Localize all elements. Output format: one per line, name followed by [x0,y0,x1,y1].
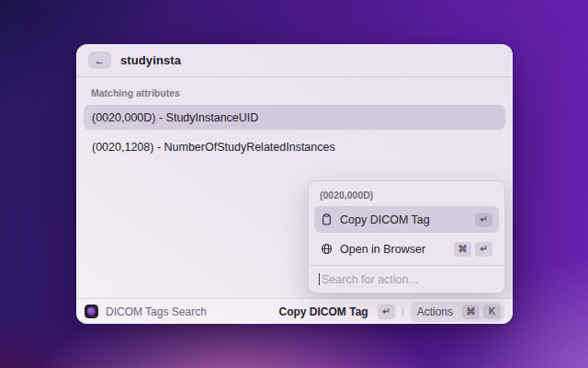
footer-separator [402,306,403,317]
result-label: (0020,000D) - StudyInstanceUID [92,111,258,124]
result-row-numberofstudyrelatedinstances[interactable]: (0020,1208) - NumberOfStudyRelatedInstan… [84,134,505,159]
key-return: ↵ [378,305,395,319]
key-cmd: ⌘ [462,305,480,319]
clipboard-icon [321,213,333,225]
globe-icon [321,243,333,255]
actions-panel-title: (0020,000D) [309,181,504,206]
action-search-row [309,266,504,293]
command-palette-window: ← studyinsta Matching attributes (0020,0… [76,44,513,324]
footer-actions: Copy DICOM Tag ↵ Actions ⌘ K [279,302,504,322]
actions-panel: (0020,000D) Copy DICOM Tag ↵ [308,180,505,293]
action-label: Copy DICOM Tag [340,213,471,226]
extension-logo-icon [85,305,98,318]
extension-name: DICOM Tags Search [106,305,207,318]
back-arrow-icon: ← [95,54,106,67]
action-search-input[interactable] [322,273,494,286]
section-title: Matching attributes [76,77,513,105]
actions-menu-label: Actions [417,305,453,318]
footer-primary-action[interactable]: Copy DICOM Tag ↵ [279,305,395,319]
key-cmd: ⌘ [454,242,471,257]
search-input[interactable]: studyinsta [120,53,181,67]
back-button[interactable]: ← [88,52,111,69]
footer-bar: DICOM Tags Search Copy DICOM Tag ↵ Actio… [76,298,513,324]
action-open-in-browser[interactable]: Open in Browser ⌘ ↵ [314,236,499,262]
key-return: ↵ [475,242,492,257]
result-label: (0020,1208) - NumberOfStudyRelatedInstan… [92,141,335,154]
action-copy-dicom-tag[interactable]: Copy DICOM Tag ↵ [314,206,499,233]
actions-menu-button[interactable]: Actions ⌘ K [411,302,504,322]
desktop-background: ← studyinsta Matching attributes (0020,0… [0,0,588,368]
action-label: Open in Browser [340,243,450,256]
search-header: ← studyinsta [76,44,513,77]
key-return: ↵ [475,213,492,227]
text-caret [319,273,320,285]
key-k: K [483,305,501,319]
result-row-studyinstanceuid[interactable]: (0020,000D) - StudyInstanceUID [84,105,505,130]
footer-primary-label: Copy DICOM Tag [279,305,368,318]
